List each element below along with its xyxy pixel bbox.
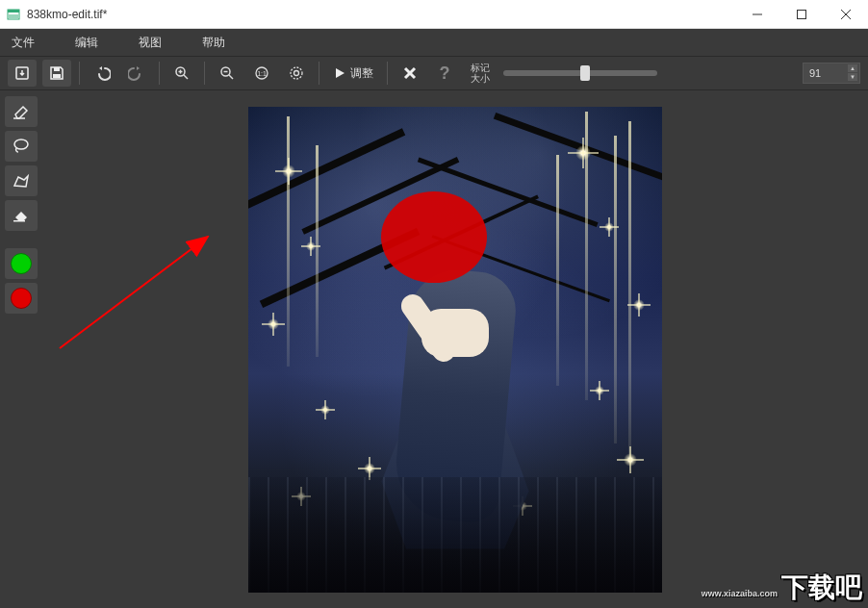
cancel-button[interactable] [396, 60, 424, 87]
undo-button[interactable] [88, 60, 116, 87]
menu-help[interactable]: 帮助 [202, 35, 225, 51]
menu-edit[interactable]: 编辑 [75, 35, 98, 51]
marker-size-slider[interactable] [503, 70, 657, 76]
canvas-area [42, 90, 868, 608]
watermark-text: 下载吧 [781, 570, 862, 606]
svg-line-19 [229, 75, 233, 79]
svg-point-24 [294, 71, 299, 76]
menu-file[interactable]: 文件 [12, 35, 35, 51]
play-adjust-button[interactable]: 调整 [327, 60, 379, 87]
tool-palette [0, 90, 42, 608]
eraser-soft-tool[interactable] [5, 96, 38, 127]
svg-point-23 [291, 67, 302, 79]
spin-down[interactable]: ▼ [848, 73, 857, 81]
red-marker-overlay [381, 191, 487, 283]
image-canvas[interactable] [248, 107, 662, 593]
svg-text:1:1: 1:1 [257, 70, 267, 77]
close-window-button[interactable] [824, 0, 868, 28]
svg-line-30 [60, 237, 208, 348]
svg-rect-12 [54, 67, 60, 71]
minimize-button[interactable] [735, 0, 779, 28]
green-marker-tool[interactable] [5, 248, 38, 279]
slider-knob[interactable] [580, 65, 590, 81]
marker-size-label: 标记大小 [471, 63, 490, 84]
download-button[interactable] [8, 60, 37, 87]
redo-button[interactable] [122, 60, 151, 87]
zoom-in-button[interactable] [167, 60, 196, 87]
svg-rect-8 [798, 10, 806, 18]
svg-line-15 [184, 75, 188, 79]
titlebar: 838kmo-edit.tif* [0, 0, 868, 29]
marker-size-input[interactable]: 91 ▲ ▼ [803, 63, 860, 84]
window-title: 838kmo-edit.tif* [27, 8, 735, 21]
svg-rect-1 [8, 10, 19, 13]
app-icon [6, 7, 21, 22]
watermark: www.xiazaiba.com 下载吧 [702, 570, 862, 606]
menubar: 文件 编辑 视图 帮助 [0, 29, 868, 56]
svg-rect-13 [53, 74, 61, 78]
lasso-tool[interactable] [5, 131, 38, 162]
menu-view[interactable]: 视图 [139, 35, 162, 51]
zoom-out-button[interactable] [213, 60, 242, 87]
red-marker-tool[interactable] [5, 283, 38, 314]
spin-up[interactable]: ▲ [848, 64, 857, 72]
toolbar: 1:1 调整 ? 标记大小 91 ▲ ▼ [0, 56, 868, 90]
svg-point-28 [14, 139, 28, 149]
zoom-fit-button[interactable] [282, 60, 311, 87]
help-button[interactable]: ? [430, 60, 459, 87]
green-dot-icon [11, 253, 32, 274]
maximize-button[interactable] [779, 0, 824, 28]
adjust-label: 调整 [350, 65, 373, 82]
zoom-actual-button[interactable]: 1:1 [247, 60, 276, 87]
polygon-tool[interactable] [5, 165, 38, 196]
marker-size-value: 91 [809, 67, 821, 79]
red-dot-icon [11, 288, 32, 309]
save-button[interactable] [42, 60, 71, 87]
watermark-url: www.xiazaiba.com [702, 589, 778, 598]
svg-rect-29 [13, 220, 25, 222]
eraser-tool[interactable] [5, 200, 38, 231]
